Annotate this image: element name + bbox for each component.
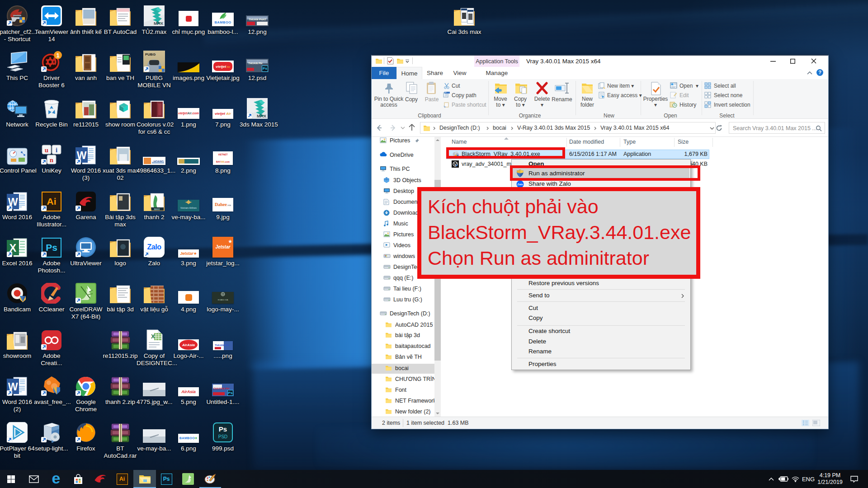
svg-text:PSD: PSD — [218, 434, 228, 439]
svg-text:MAX: MAX — [154, 21, 164, 26]
svg-text:Zalo: Zalo — [517, 183, 523, 186]
svg-text:i: i — [56, 146, 57, 154]
svg-text:Ps: Ps — [219, 425, 227, 433]
svg-text:n: n — [50, 156, 54, 164]
svg-text:MAX: MAX — [257, 113, 267, 118]
svg-text:1: 1 — [56, 52, 59, 59]
svg-text:u: u — [45, 146, 48, 154]
svg-text:MAX: MAX — [154, 208, 160, 211]
svg-text:X: X — [151, 333, 155, 340]
